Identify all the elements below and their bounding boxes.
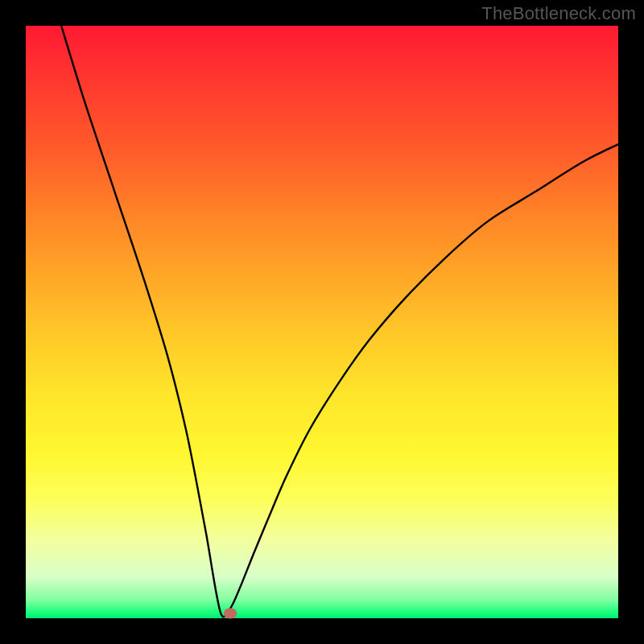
- watermark-text: TheBottleneck.com: [481, 3, 636, 24]
- chart-curve: [61, 26, 618, 617]
- chart-curve-layer: [26, 26, 618, 618]
- chart-plot-area: [26, 26, 618, 618]
- chart-marker-dot: [224, 609, 237, 619]
